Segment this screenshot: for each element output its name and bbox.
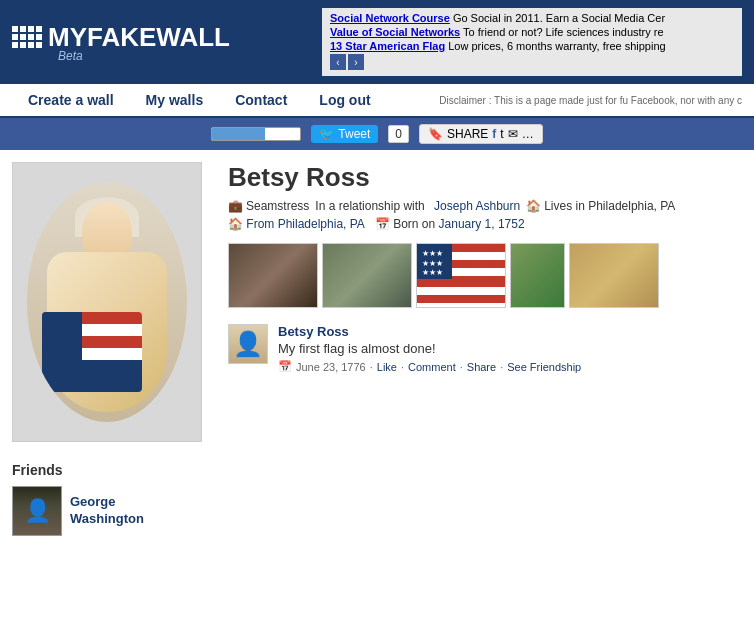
photos-strip: ★★★★★★★★★ — [228, 243, 742, 308]
like-link[interactable]: Like — [377, 361, 397, 373]
profile-name: Betsy Ross — [228, 162, 742, 193]
occupation: Seamstress — [246, 199, 309, 213]
beta-label: Beta — [58, 49, 83, 63]
photo-1[interactable] — [228, 243, 318, 308]
photo-3[interactable]: ★★★★★★★★★ — [416, 243, 506, 308]
share-button[interactable]: 🔖 SHARE f t ✉ … — [419, 124, 543, 144]
post-date: June 23, 1776 — [296, 361, 366, 373]
photo-4[interactable] — [510, 243, 565, 308]
relationship-prefix: In a relationship with — [315, 199, 424, 213]
ad-next-button[interactable]: › — [348, 54, 364, 70]
comment-link[interactable]: Comment — [408, 361, 456, 373]
facebook-icon: f — [492, 127, 496, 141]
tweet-label: Tweet — [338, 127, 370, 141]
post-meta: 📅 June 23, 1776 · Like · Comment · Share… — [278, 360, 742, 373]
photo-5[interactable] — [569, 243, 659, 308]
post-avatar: 👤 — [228, 324, 268, 364]
ad3-link[interactable]: 13 Star American Flag — [330, 40, 445, 52]
profile-info-row1: 💼 Seamstress In a relationship with Jose… — [228, 199, 742, 213]
gw-portrait: 👤 — [13, 486, 61, 536]
twitter-icon: 🐦 — [319, 127, 334, 141]
profile-oval — [27, 182, 187, 422]
share-bar: 🐦 Tweet 0 🔖 SHARE f t ✉ … — [0, 118, 754, 150]
friends-section: Friends 👤 GeorgeWashington — [12, 462, 212, 536]
from-link[interactable]: From Philadelphia, PA — [246, 217, 365, 231]
logo-grid-icon — [12, 26, 42, 48]
ad2-link[interactable]: Value of Social Networks — [330, 26, 460, 38]
main-content: Friends 👤 GeorgeWashington Betsy Ross 💼 … — [0, 150, 754, 548]
betsy-illustration — [37, 192, 177, 412]
born-label: Born on — [393, 217, 435, 231]
my-walls-link[interactable]: My walls — [130, 84, 220, 116]
ad-prev-button[interactable]: ‹ — [330, 54, 346, 70]
ad1-link[interactable]: Social Network Course — [330, 12, 450, 24]
post-icon: 📅 — [278, 360, 292, 373]
relationship-link[interactable]: Joseph Ashburn — [434, 199, 520, 213]
profile-info-row2: 🏠 From Philadelphia, PA 📅 Born on Januar… — [228, 217, 742, 231]
nav-disclaimer: Disclaimer : This is a page made just fo… — [439, 94, 742, 107]
tweet-button[interactable]: 🐦 Tweet — [311, 125, 378, 143]
post-author[interactable]: Betsy Ross — [278, 324, 742, 339]
share-icon: 🔖 — [428, 127, 443, 141]
friend-item: 👤 GeorgeWashington — [12, 486, 212, 536]
friends-title: Friends — [12, 462, 212, 478]
post-content: Betsy Ross My first flag is almost done!… — [278, 324, 742, 373]
logo: MYFAKEWALL — [12, 22, 230, 53]
friend-avatar: 👤 — [12, 486, 62, 536]
right-column: Betsy Ross 💼 Seamstress In a relationshi… — [228, 162, 742, 536]
born-date-link[interactable]: January 1, 1752 — [439, 217, 525, 231]
share-label: SHARE — [447, 127, 488, 141]
lives-label: Lives in Philadelphia, PA — [544, 199, 675, 213]
calendar-icon: 📅 — [375, 217, 390, 231]
logo-area: MYFAKEWALL Beta — [12, 22, 230, 63]
photo-2[interactable] — [322, 243, 412, 308]
post-avatar-portrait: 👤 — [229, 324, 267, 364]
post-text: My first flag is almost done! — [278, 341, 742, 356]
post-section: 👤 Betsy Ross My first flag is almost don… — [228, 324, 742, 373]
tweet-count: 0 — [388, 125, 409, 143]
progress-bar-fill — [212, 128, 265, 140]
briefcase-icon: 💼 — [228, 199, 243, 213]
friend-name[interactable]: GeorgeWashington — [70, 494, 144, 528]
progress-bar — [211, 127, 301, 141]
contact-link[interactable]: Contact — [219, 84, 303, 116]
create-wall-link[interactable]: Create a wall — [12, 84, 130, 116]
profile-picture — [12, 162, 202, 442]
nav-bar: Create a wall My walls Contact Log out D… — [0, 84, 754, 118]
left-column: Friends 👤 GeorgeWashington — [12, 162, 212, 536]
logout-link[interactable]: Log out — [303, 84, 386, 116]
home-icon: 🏠 — [526, 199, 541, 213]
header: MYFAKEWALL Beta Social Network Course Go… — [0, 0, 754, 84]
share-post-link[interactable]: Share — [467, 361, 496, 373]
ad-area: Social Network Course Go Social in 2011.… — [322, 8, 742, 76]
see-friendship-link[interactable]: See Friendship — [507, 361, 581, 373]
location-icon: 🏠 — [228, 217, 243, 231]
